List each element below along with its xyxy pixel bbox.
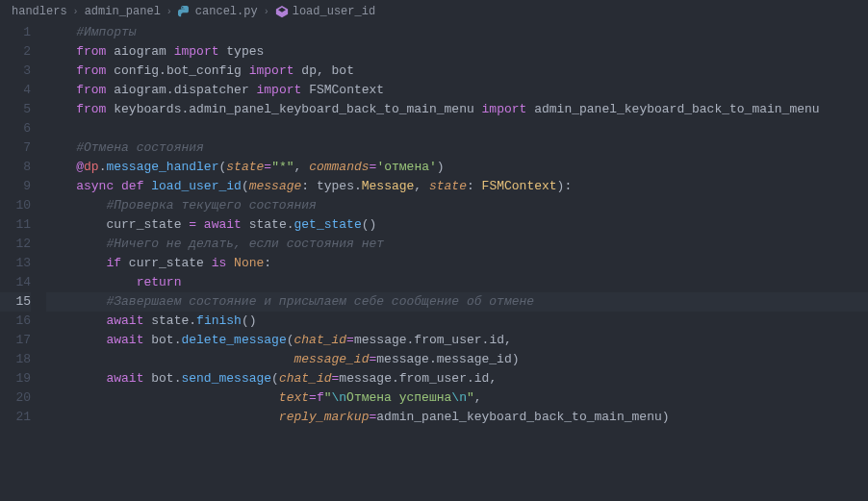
breadcrumb-symbol[interactable]: load_user_id bbox=[275, 5, 375, 18]
breadcrumb-folder[interactable]: handlers bbox=[12, 5, 67, 18]
breadcrumb-folder-label: handlers bbox=[12, 5, 67, 18]
python-file-icon bbox=[178, 5, 191, 18]
line-number: 3 bbox=[0, 62, 31, 81]
code-line[interactable]: curr_state = await state.get_state() bbox=[46, 215, 868, 235]
line-number: 1 bbox=[0, 23, 31, 42]
line-number: 9 bbox=[0, 177, 31, 196]
code-editor[interactable]: 123456789101112131415161718192021 #Импор… bbox=[0, 23, 868, 427]
code-line[interactable]: from aiogram import types bbox=[46, 42, 868, 62]
line-number: 15 bbox=[0, 292, 31, 312]
code-line[interactable]: #Отмена состояния bbox=[46, 138, 868, 158]
code-line[interactable]: await state.finish() bbox=[46, 312, 868, 331]
breadcrumb-file[interactable]: cancel.py bbox=[178, 5, 258, 18]
chevron-right-icon: › bbox=[73, 7, 79, 17]
line-number: 4 bbox=[0, 81, 31, 100]
code-line[interactable]: #Импорты bbox=[46, 23, 868, 42]
code-line[interactable]: from aiogram.dispatcher import FSMContex… bbox=[46, 81, 868, 100]
line-number: 21 bbox=[0, 408, 31, 427]
line-number: 10 bbox=[0, 196, 31, 215]
breadcrumb-symbol-label: load_user_id bbox=[293, 5, 375, 18]
line-number: 12 bbox=[0, 235, 31, 254]
code-line[interactable]: from keyboards.admin_panel_keyboard_back… bbox=[46, 100, 868, 119]
code-line[interactable]: from config.bot_config import dp, bot bbox=[46, 62, 868, 81]
code-line[interactable]: await bot.delete_message(chat_id=message… bbox=[46, 331, 868, 350]
code-line[interactable]: @dp.message_handler(state="*", commands=… bbox=[46, 158, 868, 177]
breadcrumb-subfolder[interactable]: admin_panel bbox=[85, 5, 161, 18]
line-number: 6 bbox=[0, 119, 31, 138]
code-line[interactable]: #Проверка текущего состояния bbox=[46, 196, 868, 215]
function-icon bbox=[275, 5, 289, 18]
code-line[interactable]: #Завершаем состояние и присылаем себе со… bbox=[46, 292, 868, 312]
line-number: 20 bbox=[0, 388, 31, 408]
line-number: 7 bbox=[0, 138, 31, 158]
line-number-gutter: 123456789101112131415161718192021 bbox=[0, 23, 46, 427]
code-line[interactable]: await bot.send_message(chat_id=message.f… bbox=[46, 369, 868, 388]
line-number: 18 bbox=[0, 350, 31, 369]
chevron-right-icon: › bbox=[166, 7, 172, 17]
line-number: 2 bbox=[0, 42, 31, 62]
code-line[interactable]: async def load_user_id(message: types.Me… bbox=[46, 177, 868, 196]
code-area[interactable]: #Импорты from aiogram import types from … bbox=[46, 23, 868, 427]
line-number: 17 bbox=[0, 331, 31, 350]
chevron-right-icon: › bbox=[264, 7, 269, 17]
line-number: 19 bbox=[0, 369, 31, 388]
code-line[interactable]: #Ничего не делать, если состояния нет bbox=[46, 235, 868, 254]
breadcrumb: handlers › admin_panel › cancel.py › loa… bbox=[0, 0, 868, 23]
line-number: 11 bbox=[0, 215, 31, 235]
line-number: 16 bbox=[0, 312, 31, 331]
code-line[interactable]: text=f"\nОтмена успешна\n", bbox=[46, 388, 868, 408]
code-line[interactable] bbox=[46, 119, 868, 138]
breadcrumb-file-label: cancel.py bbox=[195, 5, 258, 18]
code-line[interactable]: if curr_state is None: bbox=[46, 254, 868, 273]
breadcrumb-subfolder-label: admin_panel bbox=[85, 5, 161, 18]
code-line[interactable]: return bbox=[46, 273, 868, 292]
code-line[interactable]: reply_markup=admin_panel_keyboard_back_t… bbox=[46, 408, 868, 427]
line-number: 5 bbox=[0, 100, 31, 119]
line-number: 14 bbox=[0, 273, 31, 292]
code-line[interactable]: message_id=message.message_id) bbox=[46, 350, 868, 369]
line-number: 8 bbox=[0, 158, 31, 177]
line-number: 13 bbox=[0, 254, 31, 273]
